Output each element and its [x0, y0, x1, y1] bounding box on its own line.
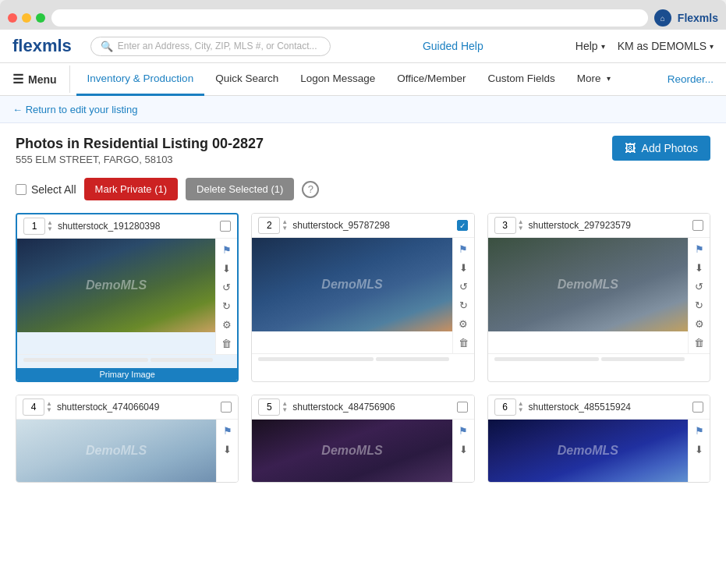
photo-4-spinner[interactable]: ▲ ▼	[46, 401, 52, 413]
photo-card-6: 6 ▲ ▼ shutterstock_485515924 DemoMLS	[487, 395, 710, 483]
photo-1-settings-icon[interactable]: ⚙	[219, 317, 235, 332]
photo-1-actions: ⚑ ⬇ ↺ ↻ ⚙ 🗑	[215, 239, 237, 354]
menu-item-inventory-label: Inventory & Production	[87, 73, 194, 84]
address-bar[interactable]	[51, 9, 648, 27]
help-menu[interactable]: Help ▾	[575, 40, 605, 52]
mark-private-button[interactable]: Mark Private (1)	[84, 178, 178, 200]
photo-1-checkbox[interactable]	[220, 221, 231, 232]
photo-1-number: 1	[23, 218, 45, 235]
menu-item-custom[interactable]: Custom Fields	[477, 63, 566, 96]
photo-3-rotate-right-icon[interactable]: ↻	[692, 297, 707, 313]
photo-2-image[interactable]: DemoMLS	[252, 238, 452, 331]
photo-3-actions: ⚑ ⬇ ↺ ↻ ⚙ 🗑	[688, 238, 710, 353]
photo-5-placeholder: DemoMLS	[252, 420, 452, 482]
reorder-button[interactable]: Reorder...	[668, 73, 714, 85]
photo-card-6-header: 6 ▲ ▼ shutterstock_485515924	[488, 395, 710, 420]
photo-1-download-icon[interactable]: ⬇	[219, 260, 235, 276]
user-menu[interactable]: KM as DEMOMLS ▾	[618, 40, 714, 52]
select-all-label[interactable]: Select All	[16, 183, 76, 196]
photo-2-body: DemoMLS ⚑ ⬇ ↺ ↻ ⚙ 🗑	[252, 238, 473, 353]
menu-toggle[interactable]: ☰ Menu	[12, 66, 70, 93]
photo-1-rotate-left-icon[interactable]: ↺	[219, 279, 235, 295]
menu-item-logon[interactable]: Logon Message	[289, 63, 386, 96]
photo-5-spinner[interactable]: ▲ ▼	[282, 401, 288, 413]
photo-5-down-arrow[interactable]: ▼	[282, 407, 288, 413]
photo-3-download-icon[interactable]: ⬇	[692, 260, 707, 275]
photo-3-down-arrow[interactable]: ▼	[518, 225, 524, 232]
watermark-1: DemoMLS	[86, 278, 147, 292]
photo-4-checkbox[interactable]	[221, 402, 232, 413]
photo-card-4-header: 4 ▲ ▼ shutterstock_474066049	[16, 395, 238, 420]
user-label: KM as DEMOMLS	[618, 40, 707, 52]
photo-2-download-icon[interactable]: ⬇	[455, 260, 471, 275]
photo-card-3: 3 ▲ ▼ shutterstock_297923579 DemoMLS	[487, 213, 710, 382]
photo-4-flag-icon[interactable]: ⚑	[220, 423, 236, 438]
user-dropdown-arrow: ▾	[710, 42, 714, 51]
menu-item-quicksearch[interactable]: Quick Search	[204, 63, 289, 96]
photo-2-delete-icon[interactable]: 🗑	[455, 335, 471, 350]
photo-4-down-arrow[interactable]: ▼	[46, 407, 52, 413]
photo-2-rotate-right-icon[interactable]: ↻	[455, 297, 471, 313]
photo-3-spacer	[488, 367, 710, 381]
photo-2-checkbox[interactable]: ✓	[457, 220, 468, 231]
back-arrow-icon: ←	[12, 104, 26, 115]
maximize-button[interactable]	[36, 13, 45, 23]
photo-6-checkbox[interactable]	[692, 402, 703, 413]
photo-3-body: DemoMLS ⚑ ⬇ ↺ ↻ ⚙ 🗑	[488, 238, 710, 353]
search-bar[interactable]: 🔍 Enter an Address, City, ZIP, MLS #, or…	[90, 37, 331, 56]
caption-line-6	[601, 357, 685, 361]
photo-6-flag-icon[interactable]: ⚑	[692, 423, 707, 438]
add-photos-button[interactable]: 🖼 Add Photos	[612, 136, 710, 161]
caption-line-5	[494, 357, 599, 361]
photo-1-delete-icon[interactable]: 🗑	[219, 335, 235, 351]
photo-3-delete-icon[interactable]: 🗑	[692, 335, 707, 350]
photo-3-image[interactable]: DemoMLS	[488, 238, 688, 331]
photo-5-flag-icon[interactable]: ⚑	[455, 423, 471, 438]
photos-grid: 1 ▲ ▼ shutterstock_191280398 DemoMLS	[16, 213, 710, 483]
photo-5-image[interactable]: DemoMLS	[252, 420, 452, 482]
photo-4-image[interactable]: DemoMLS	[16, 420, 216, 482]
content-area: Photos in Residential Listing 00-2827 55…	[0, 123, 726, 495]
photo-3-filename: shutterstock_297923579	[529, 220, 688, 231]
photo-2-number: 2	[258, 217, 280, 234]
photo-1-flag-icon[interactable]: ⚑	[219, 242, 235, 257]
photo-3-placeholder: DemoMLS	[488, 238, 688, 331]
photo-5-checkbox[interactable]	[457, 402, 468, 413]
photo-1-image[interactable]: DemoMLS	[17, 239, 215, 332]
photo-2-settings-icon[interactable]: ⚙	[455, 316, 471, 331]
photo-1-rotate-right-icon[interactable]: ↻	[219, 298, 235, 313]
photo-2-spinner[interactable]: ▲ ▼	[282, 219, 288, 232]
nav-right: Help ▾ KM as DEMOMLS ▾	[575, 40, 714, 52]
menu-item-office[interactable]: Office/Member	[386, 63, 476, 96]
photo-2-rotate-left-icon[interactable]: ↺	[455, 278, 471, 294]
photo-3-spinner[interactable]: ▲ ▼	[518, 219, 524, 232]
photo-6-down-arrow[interactable]: ▼	[518, 407, 524, 413]
photo-3-rotate-left-icon[interactable]: ↺	[692, 278, 707, 294]
minimize-button[interactable]	[22, 13, 31, 23]
guided-help-link[interactable]: Guided Help	[343, 40, 563, 52]
photo-1-placeholder: DemoMLS	[17, 239, 215, 332]
photo-3-number: 3	[494, 217, 516, 234]
breadcrumb-link[interactable]: ← Return to edit your listing	[12, 104, 137, 115]
breadcrumb-text: Return to edit your listing	[26, 104, 138, 115]
select-all-checkbox[interactable]	[16, 184, 27, 195]
photo-3-settings-icon[interactable]: ⚙	[692, 316, 707, 331]
photo-6-image[interactable]: DemoMLS	[488, 420, 688, 482]
photo-3-flag-icon[interactable]: ⚑	[692, 241, 707, 257]
menu-item-inventory[interactable]: Inventory & Production	[76, 63, 205, 96]
photo-6-spinner[interactable]: ▲ ▼	[518, 401, 524, 413]
photo-card-2-header: 2 ▲ ▼ shutterstock_95787298 ✓	[252, 214, 473, 238]
photo-2-flag-icon[interactable]: ⚑	[455, 241, 471, 257]
photo-4-download-icon[interactable]: ⬇	[220, 441, 236, 457]
delete-selected-button[interactable]: Delete Selected (1)	[186, 178, 294, 200]
photo-1-down-arrow[interactable]: ▼	[47, 226, 53, 232]
help-circle-icon[interactable]: ?	[302, 181, 319, 198]
help-dropdown-arrow: ▾	[601, 42, 605, 51]
menu-item-more[interactable]: More ▾	[566, 63, 622, 96]
photo-5-download-icon[interactable]: ⬇	[455, 441, 471, 457]
photo-1-spinner[interactable]: ▲ ▼	[47, 220, 53, 232]
photo-2-down-arrow[interactable]: ▼	[282, 225, 288, 232]
photo-3-checkbox[interactable]	[692, 220, 703, 231]
close-button[interactable]	[8, 13, 17, 23]
photo-6-download-icon[interactable]: ⬇	[692, 441, 707, 457]
